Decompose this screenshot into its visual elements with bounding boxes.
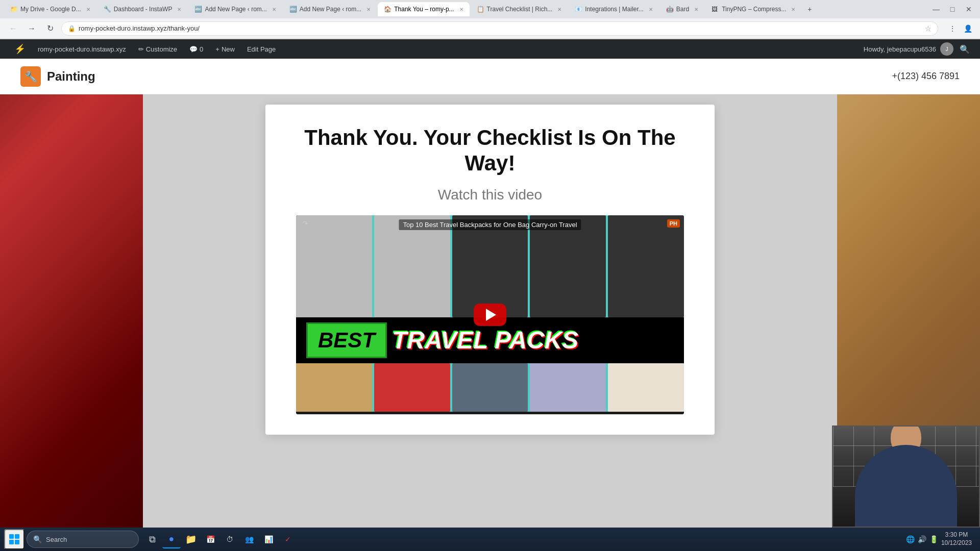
wp-search-icon[interactable]: 🔍 <box>958 42 972 56</box>
video-bottom-section: BEST TRAVEL PACKS <box>296 317 684 412</box>
tab-favicon-instawp: 🔧 <box>104 6 111 13</box>
win-square-tl <box>9 534 14 539</box>
battery-icon[interactable]: 🔋 <box>929 535 938 543</box>
tab-label: Bard <box>676 6 689 13</box>
tab-instawp[interactable]: 🔧 Dashboard - InstaWP ✕ <box>97 2 188 16</box>
tab-favicon-tinypng: 🖼 <box>712 6 719 13</box>
site-logo[interactable]: 🔧 Painting <box>20 66 95 87</box>
file-explorer-taskbar-icon[interactable]: 📁 <box>182 530 200 548</box>
minimize-button[interactable]: — <box>929 2 943 16</box>
taskview-button[interactable]: ⧉ <box>143 530 161 548</box>
logo-icon: 🔧 <box>20 66 41 87</box>
profile-button[interactable]: 👤 <box>962 22 974 35</box>
tab-close-instawp[interactable]: ✕ <box>177 7 181 12</box>
play-triangle-icon <box>486 309 496 321</box>
best-label: BEST <box>306 322 387 358</box>
tab-label: Integrations | Mailer... <box>585 6 644 13</box>
tab-close-thank-you[interactable]: ✕ <box>459 7 463 12</box>
navigation-bar: ← → ↻ 🔒 romy-pocket-duro.instawp.xyz/tha… <box>0 18 980 39</box>
travel-packs-text: TRAVEL PACKS <box>392 326 578 354</box>
tab-favicon-thank-you: 🏠 <box>384 6 391 13</box>
tab-label: Add New Page ‹ rom... <box>205 6 266 13</box>
wp-admin-right: Howdy, jebepacupu6536 J 🔍 <box>864 42 972 56</box>
wordpress-logo-icon: ⚡ <box>14 43 26 55</box>
howdy-text: Howdy, jebepacupu6536 <box>864 45 936 53</box>
tab-favicon-checklist: 📋 <box>477 6 484 13</box>
video-top-section: ↷ Top 10 Best Travel Backpacks for One B… <box>296 215 684 317</box>
webcam-person <box>833 427 979 527</box>
wp-admin-bar: ⚡ romy-pocket-duro.instawp.xyz ✏ Customi… <box>0 39 980 59</box>
backpack-2 <box>374 215 450 317</box>
taskbar-icons: ⧉ ● 📁 📅 ⏱ 👥 📊 ✓ <box>143 530 297 548</box>
comments-icon: 💬 <box>189 45 198 53</box>
wp-logo-item[interactable]: ⚡ <box>8 39 32 59</box>
tab-mailer[interactable]: 📧 Integrations | Mailer... ✕ <box>569 2 659 16</box>
teams-taskbar-icon[interactable]: 👥 <box>240 530 258 548</box>
extensions-button[interactable]: ⋮ <box>946 22 959 35</box>
url-text: romy-pocket-duro.instawp.xyz/thank-you/ <box>79 24 922 32</box>
tab-bard[interactable]: 🤖 Bard ✕ <box>660 2 704 16</box>
logo-text: Painting <box>47 69 95 84</box>
tab-close-add-page-1[interactable]: ✕ <box>272 7 276 12</box>
tab-add-page-2[interactable]: 🔤 Add New Page ‹ rom... ✕ <box>283 2 377 16</box>
todoist-taskbar-icon[interactable]: ✓ <box>279 530 297 548</box>
content-card: Thank You. Your Checklist Is On The Way!… <box>265 105 715 435</box>
tab-travel-checklist[interactable]: 📋 Travel Checklist | Rich... ✕ <box>471 2 568 16</box>
ph-badge: PH <box>667 219 680 228</box>
browser-chrome: 📁 My Drive - Google D... ✕ 🔧 Dashboard -… <box>0 0 980 39</box>
admin-avatar[interactable]: J <box>940 42 953 56</box>
powerpoint-taskbar-icon[interactable]: 📊 <box>259 530 278 548</box>
timer-taskbar-icon[interactable]: ⏱ <box>220 530 239 548</box>
tab-label: Dashboard - InstaWP <box>114 6 173 13</box>
volume-icon[interactable]: 🔊 <box>918 535 926 543</box>
clock-time: 3:30 PM <box>941 531 972 539</box>
new-tab-button[interactable]: + <box>802 2 817 16</box>
close-browser-button[interactable]: ✕ <box>962 2 976 16</box>
calendar-taskbar-icon[interactable]: 📅 <box>201 530 219 548</box>
wp-customize-item[interactable]: ✏ Customize <box>132 39 183 59</box>
tab-close-google-drive[interactable]: ✕ <box>86 7 90 12</box>
back-button[interactable]: ← <box>6 21 20 36</box>
backpack-8 <box>452 363 528 412</box>
tab-add-page-1[interactable]: 🔤 Add New Page ‹ rom... ✕ <box>188 2 282 16</box>
video-container[interactable]: ↷ Top 10 Best Travel Backpacks for One B… <box>296 215 684 414</box>
edit-page-label: Edit Page <box>247 45 276 53</box>
video-thumbnail: ↷ Top 10 Best Travel Backpacks for One B… <box>296 215 684 414</box>
windows-logo-icon <box>9 534 19 544</box>
win-square-bl <box>9 540 14 544</box>
tab-thank-you[interactable]: 🏠 Thank You – romy-p... ✕ <box>378 2 469 16</box>
system-clock[interactable]: 3:30 PM 10/12/2023 <box>941 531 972 547</box>
clock-date: 10/12/2023 <box>941 539 972 547</box>
tab-close-add-page-2[interactable]: ✕ <box>366 7 371 12</box>
start-button[interactable] <box>4 529 24 549</box>
taskbar-search[interactable]: 🔍 Search <box>27 531 139 548</box>
customize-label: Customize <box>146 45 177 53</box>
wp-new-item[interactable]: + New <box>209 39 241 59</box>
network-icon[interactable]: 🌐 <box>906 535 915 543</box>
tab-google-drive[interactable]: 📁 My Drive - Google D... ✕ <box>4 2 96 16</box>
wp-site-name-item[interactable]: romy-pocket-duro.instawp.xyz <box>32 39 132 59</box>
tab-close-bard[interactable]: ✕ <box>694 7 698 12</box>
wp-comments-item[interactable]: 💬 0 <box>183 39 209 59</box>
forward-button[interactable]: → <box>24 21 39 36</box>
share-icon: ↷ <box>302 219 308 228</box>
maximize-button[interactable]: □ <box>945 2 960 16</box>
tab-label: TinyPNG – Compress... <box>722 6 786 13</box>
thank-you-title: Thank You. Your Checklist Is On The Way! <box>296 125 684 177</box>
tab-close-checklist[interactable]: ✕ <box>557 7 561 12</box>
play-button[interactable] <box>474 304 506 326</box>
tab-favicon-google-drive: 📁 <box>10 6 17 13</box>
tab-close-tinypng[interactable]: ✕ <box>791 7 795 12</box>
site-name-text: romy-pocket-duro.instawp.xyz <box>38 45 126 53</box>
chrome-taskbar-icon[interactable]: ● <box>162 530 181 548</box>
taskbar-right: 🌐 🔊 🔋 3:30 PM 10/12/2023 <box>906 531 976 547</box>
bookmark-icon[interactable]: ☆ <box>925 24 932 33</box>
tab-label: My Drive - Google D... <box>20 6 81 13</box>
tab-tinypng[interactable]: 🖼 TinyPNG – Compress... ✕ <box>705 2 801 16</box>
wp-edit-page-item[interactable]: Edit Page <box>241 39 282 59</box>
tab-close-mailer[interactable]: ✕ <box>649 7 653 12</box>
backpack-6 <box>296 363 372 412</box>
reload-button[interactable]: ↻ <box>43 21 57 36</box>
address-bar[interactable]: 🔒 romy-pocket-duro.instawp.xyz/thank-you… <box>61 21 938 36</box>
watch-video-subtitle: Watch this video <box>296 187 684 203</box>
